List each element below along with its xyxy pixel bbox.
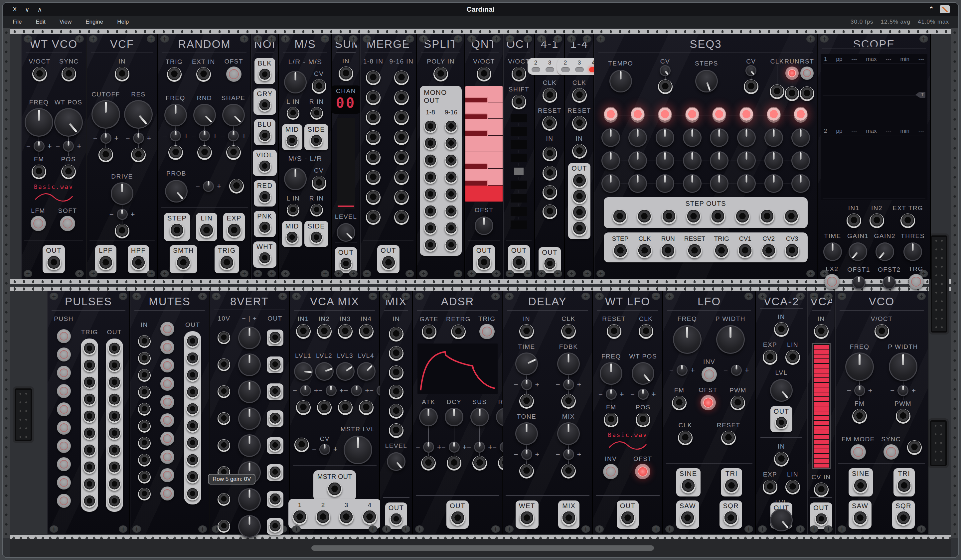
knob-knob[interactable] (284, 71, 307, 93)
cv3-port[interactable] (785, 244, 799, 258)
in-port[interactable] (138, 369, 151, 382)
white-key[interactable] (465, 152, 503, 169)
step-6-knob[interactable] (737, 128, 756, 147)
in-port[interactable] (115, 67, 129, 82)
trim-knob[interactable] (677, 365, 688, 376)
white-key[interactable] (465, 86, 503, 103)
in-port[interactable] (138, 488, 151, 501)
wt-pos-knob[interactable] (63, 141, 74, 152)
reset-port[interactable] (607, 324, 621, 339)
mute-button[interactable] (160, 395, 174, 409)
res-knob[interactable] (124, 100, 153, 129)
lin-port[interactable] (785, 350, 800, 365)
jack-port[interactable] (543, 204, 557, 219)
dcy-knob[interactable] (445, 408, 463, 426)
out-port[interactable] (108, 342, 121, 355)
quantizer-keyboard[interactable] (465, 86, 503, 202)
sine-port[interactable] (853, 479, 868, 494)
red-port[interactable] (259, 191, 271, 204)
blk-port[interactable] (259, 69, 271, 81)
gain-row-7-knob[interactable] (238, 488, 261, 511)
octave-segment[interactable] (511, 181, 527, 189)
jack-port[interactable] (445, 239, 457, 252)
jack-port[interactable] (269, 358, 281, 371)
mute-button[interactable] (57, 475, 71, 489)
gain-row-5-knob[interactable] (238, 434, 261, 457)
step-8-knob[interactable] (791, 128, 810, 147)
trig-port[interactable] (220, 256, 234, 270)
out-port[interactable] (572, 205, 587, 220)
out-port[interactable] (543, 258, 556, 270)
soft-button[interactable] (60, 216, 75, 231)
trg-button[interactable] (908, 274, 924, 289)
jack-port[interactable] (366, 210, 381, 225)
clk-port[interactable] (770, 85, 784, 99)
jack-port[interactable] (269, 520, 281, 533)
ofst2-knob[interactable] (882, 276, 896, 289)
side-port[interactable] (310, 135, 323, 147)
inv-button[interactable] (702, 367, 717, 382)
shift-port[interactable] (512, 95, 526, 109)
ofst-button[interactable] (701, 395, 716, 410)
out-port[interactable] (108, 444, 121, 457)
jack-port[interactable] (394, 71, 409, 85)
shape-knob[interactable] (228, 130, 239, 141)
viol-port[interactable] (259, 160, 271, 173)
dcy-knob[interactable] (449, 441, 460, 452)
white-key[interactable] (465, 136, 503, 152)
out-port[interactable] (108, 478, 121, 491)
trig-port[interactable] (83, 478, 96, 491)
out-port[interactable] (186, 454, 199, 467)
step-2-knob[interactable] (628, 128, 647, 147)
lvl4-knob[interactable] (357, 362, 376, 381)
trig-port[interactable] (83, 495, 96, 508)
rnd-port[interactable] (197, 145, 212, 160)
in-port[interactable] (774, 322, 789, 337)
jack-port[interactable] (394, 90, 409, 105)
jack-port[interactable] (217, 385, 230, 398)
freq-knob[interactable] (606, 389, 617, 400)
sqr-port[interactable] (723, 511, 738, 526)
in-port[interactable] (138, 420, 151, 433)
out-port[interactable] (108, 461, 121, 474)
atk-port[interactable] (421, 456, 436, 470)
jack-port[interactable] (338, 400, 353, 415)
out-port[interactable] (186, 437, 199, 449)
sine-port[interactable] (681, 479, 696, 494)
mute-button[interactable] (160, 377, 174, 391)
out-port[interactable] (390, 513, 402, 526)
jack-port[interactable] (269, 385, 281, 398)
steps-cv-knob[interactable] (746, 65, 757, 76)
mix-port[interactable] (561, 511, 576, 526)
out-port[interactable] (572, 189, 587, 204)
jack-port[interactable] (424, 239, 437, 252)
step-7-knob[interactable] (764, 151, 783, 170)
out-port[interactable] (186, 369, 199, 382)
out-1-port[interactable] (292, 510, 307, 525)
fm-port[interactable] (852, 409, 867, 424)
fdbk-port[interactable] (561, 394, 576, 409)
cv1-port[interactable] (738, 244, 752, 258)
in-port[interactable] (138, 386, 151, 399)
tri-port[interactable] (897, 479, 911, 494)
lvl-knob[interactable] (770, 379, 793, 402)
step-out-8-port[interactable] (784, 210, 799, 224)
jack-port[interactable] (389, 346, 403, 361)
step-3-knob[interactable] (656, 174, 674, 193)
out-port[interactable] (381, 256, 396, 270)
wt-pos-knob[interactable] (54, 108, 83, 137)
smth-port[interactable] (176, 256, 191, 270)
reset-port[interactable] (687, 244, 702, 258)
gate-port[interactable] (422, 324, 436, 339)
pos-port[interactable] (636, 413, 650, 427)
mid-port[interactable] (286, 231, 298, 244)
octave-segment[interactable] (511, 154, 527, 162)
jack-port[interactable] (394, 130, 409, 145)
jack-port[interactable] (424, 120, 437, 133)
menu-edit[interactable]: Edit (35, 19, 45, 25)
jack-port[interactable] (366, 111, 381, 125)
jack-port[interactable] (424, 137, 437, 150)
freq-knob[interactable] (34, 141, 45, 152)
mute-button[interactable] (57, 348, 71, 361)
gain-row-3-knob[interactable] (238, 380, 261, 403)
